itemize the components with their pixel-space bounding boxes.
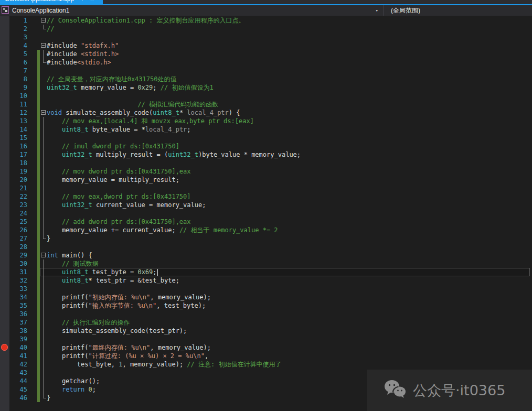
fold-collapse-icon[interactable] [41,43,46,48]
breakpoint-margin[interactable] [0,335,9,343]
breakpoint-margin[interactable] [0,343,9,352]
code-text[interactable]: // imul dword ptr ds:[0x431750] [47,142,179,150]
code-text[interactable]: printf("计算过程: (%u × %u) × 2 = %u\n", [47,352,208,360]
breakpoint-margin[interactable] [0,167,9,176]
breakpoint-margin[interactable] [0,234,9,243]
chevron-down-icon[interactable]: ▾ [376,8,378,13]
fold-collapse-icon[interactable] [41,18,46,23]
code-text[interactable]: printf("最终内存值: %u\n", memory_value); [47,343,211,352]
code-text[interactable]: printf("初始内存值: %u\n", memory_value); [47,293,211,301]
breakpoint-margin[interactable] [0,83,9,92]
breakpoint-margin[interactable] [0,125,9,134]
breakpoint-margin[interactable] [0,67,9,75]
code-text[interactable]: uint8_t byte_value = *local_4_ptr; [47,125,191,134]
line-number: 14 [9,125,29,134]
breakpoint-margin[interactable] [0,318,9,327]
code-text[interactable]: // 执行汇编对应的操作 [47,318,130,327]
code-text[interactable]: #include <stdint.h> [47,50,119,58]
code-text[interactable]: test_byte, 1, memory_value); // 注意: 初始值在… [47,360,281,369]
code-text[interactable]: // 全局变量，对应内存地址0x431750处的值 [47,75,176,83]
breakpoint-margin[interactable] [0,16,9,25]
breakpoint-margin[interactable] [0,176,9,184]
code-line: 26 memory_value += current_value; // 相当于… [0,226,532,234]
code-text[interactable]: uint32_t memory_value = 0x29; // 初始值假设为1 [47,83,214,92]
breakpoint-margin[interactable] [0,276,9,285]
code-text[interactable]: int main() { [47,251,92,259]
breakpoint-margin[interactable] [0,293,9,301]
code-text[interactable]: // mov eax,dword ptr ds:[0x431750] [47,192,191,201]
project-scope-dropdown[interactable]: ConsoleApplication1 ▾ [0,5,384,16]
breakpoint-margin[interactable] [0,100,9,109]
breakpoint-margin[interactable] [0,251,9,259]
code-text[interactable]: uint8_t test_byte = 0x69; [47,268,158,276]
breakpoint-margin[interactable] [0,150,9,159]
pin-icon[interactable] [80,0,84,3]
code-text[interactable]: #include "stdafx.h" [47,41,119,50]
line-content: uint32_t memory_value = 0x29; // 初始值假设为1 [40,83,532,92]
breakpoint-margin[interactable] [0,385,9,394]
line-number: 9 [9,83,29,92]
breakpoint-icon[interactable] [1,344,8,351]
breakpoint-margin[interactable] [0,377,9,385]
breakpoint-margin[interactable] [0,50,9,58]
breakpoint-margin[interactable] [0,33,9,41]
scope-dropdown[interactable]: (全局范围) [384,5,532,16]
tab-consoleapplication1-cpp[interactable]: ConsoleApplication1.cpp × [0,0,103,4]
fold-collapse-icon[interactable] [41,110,46,115]
code-text[interactable]: // [47,25,54,33]
code-text[interactable]: printf("输入的字节值: %u\n", test_byte); [47,301,206,310]
code-text[interactable]: // 测试数据 [47,259,99,268]
code-text[interactable]: // add dword ptr ds:[0x431750],eax [47,218,191,226]
breakpoint-margin[interactable] [0,201,9,209]
fold-collapse-icon[interactable] [41,253,46,257]
breakpoint-margin[interactable] [0,285,9,293]
code-text[interactable]: // mov dword ptr ds:[0x431750],eax [47,167,191,176]
breakpoint-margin[interactable] [0,352,9,360]
breakpoint-margin[interactable] [0,134,9,142]
breakpoint-margin[interactable] [0,226,9,234]
fold-guide-line [43,184,44,192]
breakpoint-margin[interactable] [0,184,9,192]
breakpoint-margin[interactable] [0,41,9,50]
breakpoint-margin[interactable] [0,360,9,369]
breakpoint-margin[interactable] [0,259,9,268]
breakpoint-margin[interactable] [0,25,9,33]
close-icon[interactable]: × [90,0,93,2]
code-text[interactable]: // 模拟汇编代码功能的函数 [47,100,218,109]
breakpoint-margin[interactable] [0,109,9,117]
breakpoint-margin[interactable] [0,75,9,83]
breakpoint-margin[interactable] [0,327,9,335]
code-text[interactable]: // ConsoleApplication1.cpp : 定义控制台应用程序的入… [47,16,245,25]
code-text[interactable]: // mov eax,[local.4] 和 movzx eax,byte pt… [47,117,254,125]
code-text[interactable]: #include<stdio.h> [47,58,111,67]
fold-guide-line [43,259,44,268]
breakpoint-margin[interactable] [0,142,9,150]
breakpoint-margin[interactable] [0,192,9,201]
breakpoint-margin[interactable] [0,117,9,125]
breakpoint-margin[interactable] [0,159,9,167]
breakpoint-margin[interactable] [0,301,9,310]
breakpoint-margin[interactable] [0,209,9,218]
code-text[interactable]: getchar(); [47,377,100,385]
code-text[interactable]: uint32_t multiply_result = (uint32_t)byt… [47,150,301,159]
code-text[interactable]: memory_value += current_value; // 相当于 me… [47,226,278,234]
code-text[interactable]: uint8_t* test_ptr = &test_byte; [47,276,179,285]
breakpoint-margin[interactable] [0,243,9,251]
breakpoint-margin[interactable] [0,92,9,100]
code-line: 5#include <stdint.h> [0,50,532,58]
code-text[interactable]: return 0; [47,385,96,394]
breakpoint-margin[interactable] [0,394,9,402]
line-content: // mov eax,[local.4] 和 movzx eax,byte pt… [40,117,532,125]
code-text[interactable]: void simulate_assembly_code(uint8_t* loc… [47,109,240,117]
breakpoint-margin[interactable] [0,268,9,276]
code-text[interactable]: uint32_t current_value = memory_value; [47,201,206,209]
breakpoint-margin[interactable] [0,310,9,318]
code-text[interactable]: } [47,234,50,243]
breakpoint-margin[interactable] [0,369,9,377]
code-text[interactable]: memory_value = multiply_result; [47,176,179,184]
code-text[interactable]: } [47,394,50,402]
breakpoint-margin[interactable] [0,58,9,67]
breakpoint-margin[interactable] [0,218,9,226]
code-text[interactable]: simulate_assembly_code(test_ptr); [47,327,187,335]
outline-margin [40,176,47,184]
